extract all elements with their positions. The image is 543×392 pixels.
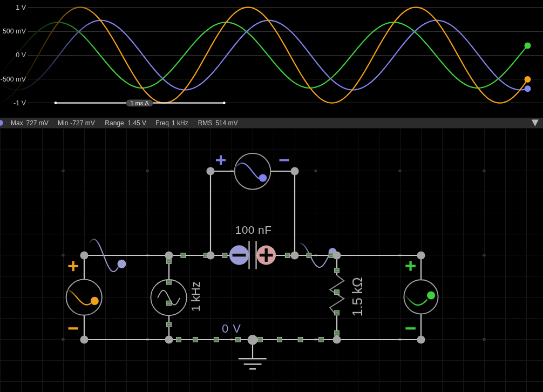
svg-text:-500 mV: -500 mV [1,76,26,83]
svg-text:514 mV: 514 mV [215,119,237,127]
svg-text:727 mV: 727 mV [26,119,49,127]
svg-text:100 nF: 100 nF [235,224,272,236]
svg-text:0 V: 0 V [222,322,241,335]
svg-text:1 kHz: 1 kHz [189,281,202,312]
svg-text:1 V: 1 V [16,4,26,11]
svg-text:-727 mV: -727 mV [70,119,94,127]
svg-text:Min: Min [58,119,68,127]
svg-text:1 ms Δ: 1 ms Δ [130,100,149,106]
svg-text:500 mV: 500 mV [3,28,26,35]
svg-text:RMS: RMS [198,119,213,127]
svg-text:Range: Range [105,119,124,127]
svg-text:Freq: Freq [155,119,169,127]
svg-text:1.5 kΩ: 1.5 kΩ [350,277,365,316]
svg-text:0 V: 0 V [16,51,26,59]
svg-text:1.45 V: 1.45 V [127,119,146,127]
svg-text:-1 V: -1 V [13,99,26,107]
svg-text:Max: Max [11,119,23,127]
svg-text:1 kHz: 1 kHz [172,119,188,127]
